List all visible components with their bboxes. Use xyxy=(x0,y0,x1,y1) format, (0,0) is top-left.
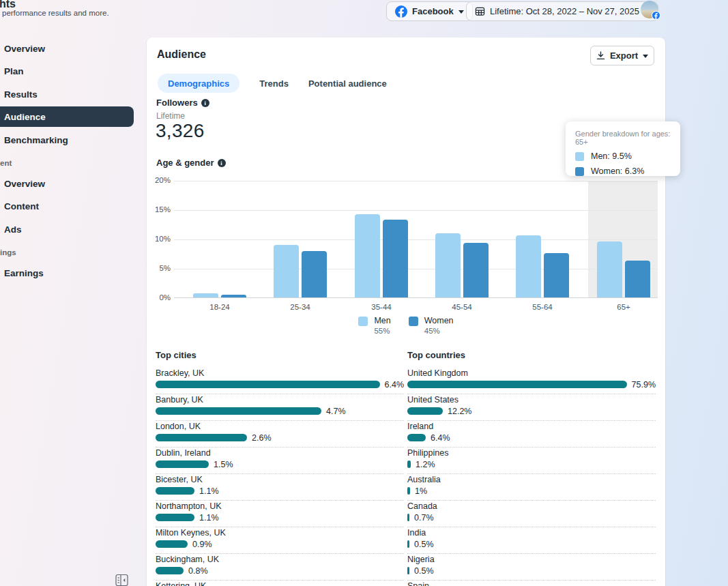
x-axis-label: 35-44 xyxy=(351,303,412,311)
list-item-value: 0.7% xyxy=(414,513,434,523)
tab-potential-audience[interactable]: Potential audience xyxy=(308,78,387,89)
channel-selector-label: Facebook xyxy=(412,6,454,16)
list-item: Northampton, UK1.1% xyxy=(156,501,404,527)
list-item-bar-row: 0.5% xyxy=(407,567,656,574)
x-axis-label: 65+ xyxy=(593,303,654,311)
list-item-value: 4.7% xyxy=(326,407,346,416)
list-item-value: 0.8% xyxy=(188,566,208,576)
audience-panel: Audience Export Demographics Trends Pote… xyxy=(147,38,665,586)
list-item-bar-row: 2.6% xyxy=(156,434,404,441)
list-item-bar-row: 75.9% xyxy=(407,381,656,388)
sidebar-section-fragment: ent xyxy=(0,159,12,167)
bar-men-25-34[interactable] xyxy=(274,245,299,297)
collapse-sidebar-button[interactable] xyxy=(115,574,129,586)
sidebar-item-earnings[interactable]: Earnings xyxy=(4,268,44,278)
list-item-bar-row: 1.1% xyxy=(156,514,404,521)
list-item-value: 0.9% xyxy=(192,540,212,549)
sidebar-item-audience[interactable]: Audience xyxy=(4,112,46,122)
list-item-value: 2.6% xyxy=(252,433,272,443)
sidebar-item-content[interactable]: Content xyxy=(4,201,39,211)
list-item-bar xyxy=(156,460,209,468)
top-cities-title: Top cities xyxy=(156,348,404,360)
list-item-value: 6.4% xyxy=(431,433,450,443)
tooltip-women-value: Women: 6.3% xyxy=(591,166,644,176)
list-item: Australia1% xyxy=(407,475,656,501)
list-item-bar-row: 1% xyxy=(407,487,656,495)
sidebar-item-plan[interactable]: Plan xyxy=(4,66,24,76)
list-item-bar-row: 6.4% xyxy=(156,381,404,388)
bar-women-18-24[interactable] xyxy=(221,295,246,297)
sidebar-section-fragment: ings xyxy=(0,248,16,257)
tab-demographics[interactable]: Demographics xyxy=(158,74,239,93)
date-range-selector[interactable]: Lifetime: Oct 28, 2022 – Nov 27, 2025 xyxy=(466,1,658,21)
bar-women-35-44[interactable] xyxy=(383,220,408,297)
list-item-name: Bicester, UK xyxy=(156,475,404,484)
bar-men-55-64[interactable] xyxy=(516,235,541,297)
bar-men-35-44[interactable] xyxy=(355,214,380,297)
sidebar-item-benchmarking[interactable]: Benchmarking xyxy=(4,135,68,145)
list-item: Spain xyxy=(407,581,656,586)
bar-women-65+[interactable] xyxy=(625,261,650,297)
list-item-bar-row: 0.5% xyxy=(407,540,656,548)
profile-avatar[interactable] xyxy=(641,1,658,18)
age-gender-info-icon[interactable]: i xyxy=(218,159,226,167)
list-item-name: United States xyxy=(407,395,656,405)
women-color-swatch xyxy=(409,317,418,326)
bar-women-45-54[interactable] xyxy=(463,243,489,297)
x-axis-label: 45-54 xyxy=(431,303,493,311)
bar-women-55-64[interactable] xyxy=(544,253,569,297)
sidebar-item-ads[interactable]: Ads xyxy=(4,224,22,235)
bar-men-45-54[interactable] xyxy=(435,233,461,297)
list-item-bar xyxy=(156,487,194,495)
list-item-bar xyxy=(156,514,194,521)
sidebar-item-overview[interactable]: Overview xyxy=(4,44,45,54)
top-cities-section: Top cities Brackley, UK6.4%Banbury, UK4.… xyxy=(156,348,404,586)
gridline xyxy=(174,210,658,211)
legend-series-name: Women xyxy=(424,316,454,325)
list-item-value: 12.2% xyxy=(448,407,471,416)
y-axis-tick: 5% xyxy=(147,264,171,272)
list-item-name: Northampton, UK xyxy=(156,501,404,511)
gridline xyxy=(174,181,658,181)
tab-trends[interactable]: Trends xyxy=(259,78,289,89)
list-item: Buckingham, UK0.8% xyxy=(156,555,404,581)
gridline xyxy=(174,239,658,240)
list-item-bar-row: 1.1% xyxy=(156,487,404,495)
list-item-value: 1.1% xyxy=(199,513,219,523)
list-item-name: London, UK xyxy=(156,422,404,431)
list-item-bar xyxy=(156,567,184,574)
list-item: India0.5% xyxy=(407,528,656,554)
list-item: Kettering, UK xyxy=(156,581,404,586)
list-item: Ireland6.4% xyxy=(407,422,656,448)
bar-men-65+[interactable] xyxy=(597,241,622,297)
list-item-name: United Kingdom xyxy=(407,368,656,378)
list-item-name: Kettering, UK xyxy=(156,581,404,586)
bar-men-18-24[interactable] xyxy=(193,293,218,297)
top-countries-list: United Kingdom75.9%United States12.2%Ire… xyxy=(407,368,656,586)
age-gender-heading: Age & gender i xyxy=(156,158,226,168)
list-item-bar xyxy=(156,540,188,548)
y-axis-tick: 15% xyxy=(147,205,171,214)
followers-info-icon[interactable]: i xyxy=(201,99,209,107)
followers-heading: Followers i xyxy=(156,98,209,108)
list-item-bar xyxy=(407,460,411,468)
bar-women-25-34[interactable] xyxy=(302,251,327,297)
sidebar-item-results[interactable]: Results xyxy=(4,89,38,100)
list-item-name: Ireland xyxy=(407,422,656,431)
list-item-name: Milton Keynes, UK xyxy=(156,528,404,538)
list-item-bar-row: 6.4% xyxy=(407,434,656,441)
tooltip-men-row: Men: 9.5% xyxy=(575,151,671,161)
age-gender-label-text: Age & gender xyxy=(156,158,214,168)
list-item-bar-row: 0.8% xyxy=(156,567,404,574)
facebook-logo-icon xyxy=(395,5,407,18)
list-item-value: 1.1% xyxy=(199,486,219,496)
sidebar-item-overview[interactable]: Overview xyxy=(4,179,45,189)
chevron-down-icon xyxy=(643,55,648,58)
list-item-bar-row: 1.2% xyxy=(407,460,656,468)
channel-selector[interactable]: Facebook xyxy=(386,1,473,21)
facebook-badge-icon xyxy=(652,11,660,20)
list-item-bar xyxy=(407,487,410,495)
export-button[interactable]: Export xyxy=(590,46,654,65)
sidebar-nav: OverviewPlanResultsAudienceBenchmarkinge… xyxy=(0,0,143,586)
list-item: Bicester, UK1.1% xyxy=(156,475,404,501)
